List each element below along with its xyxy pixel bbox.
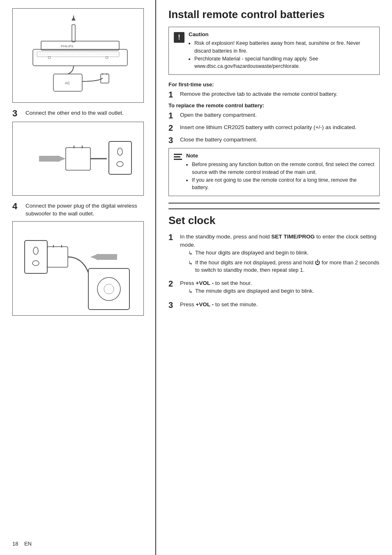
clock-step3-num: 3 [168, 301, 176, 310]
svg-point-21 [118, 148, 122, 155]
caution-content: Caution Risk of explosion! Keep batterie… [189, 31, 374, 70]
arrow-icon-3: ↳ [188, 288, 193, 295]
replace-step2: 2 Insert one lithium CR2025 battery with… [168, 123, 380, 132]
note-content: Note Before pressing any function button… [186, 153, 374, 192]
svg-marker-24 [90, 254, 99, 260]
replace-step1: 1 Open the battery compartment. [168, 111, 380, 120]
page-footer: 18 EN [12, 532, 147, 547]
first-time-step1-num: 1 [168, 90, 176, 99]
clock-step3-bold: +VOL - [196, 301, 214, 308]
replace-step3-num: 3 [168, 136, 176, 145]
svg-rect-31 [88, 268, 129, 310]
diagram-subwoofer: · · [12, 221, 144, 316]
svg-rect-25 [25, 240, 47, 273]
note-icon-line3 [174, 159, 182, 160]
note-icon [174, 154, 182, 160]
diagram-device-top: PHILIPS AC [12, 8, 144, 103]
section1-title: Install remote control batteries [168, 8, 380, 21]
replace-step2-text: Insert one lithium CR2025 battery with c… [180, 123, 357, 132]
first-time-step1-text: Remove the protective tab to activate th… [180, 90, 337, 98]
svg-point-22 [117, 162, 123, 166]
step-4-num: 4 [12, 201, 21, 211]
clock-step2-text: Press +VOL - to set the hour. [180, 280, 252, 286]
note-icon-line2 [174, 156, 180, 157]
section-divider [168, 203, 380, 204]
first-time-heading: For first-time use: [168, 81, 380, 88]
svg-rect-4 [72, 25, 75, 42]
diagram-svg-3: · · [16, 223, 140, 314]
clock-step2-bold: +VOL - [196, 280, 214, 286]
svg-point-33 [104, 284, 114, 294]
clock-step3: 3 Press +VOL - to set the minute. [168, 301, 380, 310]
clock-step1-sub2-text: If the hour digits are not displayed, pr… [195, 259, 380, 274]
page-lang: EN [24, 541, 32, 547]
clock-step1-text-prefix: In the standby mode, press and hold SET … [180, 234, 376, 248]
step-3: 3 Connect the other end to the wall outl… [12, 109, 147, 118]
replace-step3-text: Close the battery compartment. [180, 136, 257, 144]
svg-point-26 [33, 247, 38, 254]
section2-title: Set clock [168, 208, 380, 227]
clock-step2-content: Press +VOL - to set the hour. ↳ The minu… [180, 279, 314, 297]
svg-point-32 [97, 278, 120, 301]
caution-bullets: Risk of explosion! Keep batteries away f… [189, 39, 374, 70]
svg-marker-16 [58, 155, 66, 162]
clock-step2: 2 Press +VOL - to set the hour. ↳ The mi… [168, 279, 380, 297]
clock-step2-sub1: ↳ The minute digits are displayed and be… [188, 287, 314, 295]
clock-step1-content: In the standby mode, press and hold SET … [180, 233, 380, 276]
clock-step1-num: 1 [168, 233, 176, 242]
diagram-svg-1: PHILIPS AC [16, 12, 140, 99]
clock-step1: 1 In the standby mode, press and hold SE… [168, 233, 380, 276]
clock-step1-sub1: ↳ The hour digits are displayed and begi… [188, 249, 380, 257]
note-bullets: Before pressing any function button on t… [186, 161, 374, 192]
svg-text:·  ·: · · [99, 273, 101, 276]
clock-step2-sub1-text: The minute digits are displayed and begi… [195, 287, 314, 295]
arrow-icon-1: ↳ [188, 250, 193, 257]
svg-rect-17 [66, 148, 90, 170]
step-4: 4 Connect the power plug of the digital … [12, 201, 147, 218]
svg-rect-28 [47, 247, 68, 267]
note-box: Note Before pressing any function button… [168, 148, 380, 196]
svg-rect-20 [109, 141, 131, 174]
replace-step2-num: 2 [168, 123, 176, 132]
diagram-svg-2 [16, 125, 140, 193]
caution-title: Caution [189, 31, 374, 37]
caution-bullet-2: Perchlorate Material - special handling … [194, 55, 374, 71]
replace-step1-num: 1 [168, 111, 176, 120]
clock-step1-sub1-text: The hour digits are displayed and begin … [195, 249, 309, 257]
clock-step3-text: Press +VOL - to set the minute. [180, 301, 258, 308]
svg-text:PHILIPS: PHILIPS [61, 44, 74, 48]
note-icon-line1 [174, 154, 182, 155]
svg-rect-3 [41, 41, 119, 50]
step-3-num: 3 [12, 109, 21, 118]
caution-icon: ! [174, 32, 184, 43]
clock-step3-content: Press +VOL - to set the minute. [180, 301, 258, 309]
caution-bullet-1: Risk of explosion! Keep batteries away f… [194, 39, 374, 55]
clock-step1-bold: SET TIME/PROG [271, 234, 315, 240]
replace-heading: To replace the remote control battery: [168, 102, 380, 109]
step-4-text: Connect the power plug of the digital wi… [25, 201, 147, 218]
caution-box: ! Caution Risk of explosion! Keep batter… [168, 27, 380, 75]
svg-marker-6 [71, 16, 76, 21]
step-3-text: Connect the other end to the wall outlet… [25, 109, 124, 117]
note-bullet-1: Before pressing any function button on t… [192, 161, 374, 176]
clock-step2-num: 2 [168, 279, 176, 288]
clock-step1-sub2: ↳ If the hour digits are not displayed, … [188, 259, 380, 274]
first-time-step1: 1 Remove the protective tab to activate … [168, 90, 380, 99]
arrow-icon-2: ↳ [188, 259, 193, 267]
right-column: Install remote control batteries ! Cauti… [156, 0, 392, 555]
note-bullet-2: If you are not going to use the remote c… [192, 176, 374, 192]
note-title: Note [186, 153, 374, 159]
replace-step1-text: Open the battery compartment. [180, 111, 257, 119]
svg-point-27 [32, 261, 39, 266]
left-column: PHILIPS AC 3 Connect the other end to th… [0, 0, 156, 555]
diagram-plug-wall [12, 122, 144, 196]
svg-text:AC: AC [65, 81, 70, 85]
page-number: 18 [12, 541, 18, 547]
replace-step3: 3 Close the battery compartment. [168, 136, 380, 145]
